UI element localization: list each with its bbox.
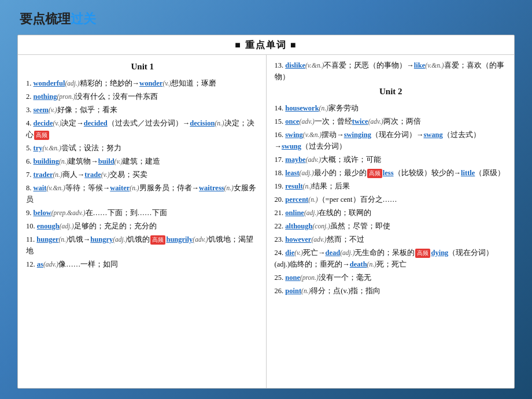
pos: (n.): [303, 183, 312, 190]
definition: 想知道；琢磨: [171, 79, 216, 87]
pos: (adj.): [340, 249, 354, 256]
definition: 等待；等候→: [65, 184, 110, 192]
definition: 家务劳动: [328, 104, 359, 112]
definition: 决定→: [61, 119, 84, 127]
pos: (v.): [101, 171, 110, 178]
entry: 5. try(v.&n.)尝试；设法；努力: [26, 142, 259, 154]
entry: 15. once(adv.)一次；曾经twice(adv.)两次；两倍: [275, 116, 508, 127]
pos: (v.): [49, 106, 57, 113]
definition: 死；死亡: [376, 260, 407, 268]
definition: 大概；或许；可能: [321, 156, 381, 164]
definition: （原级）: [475, 169, 505, 177]
pos: (adj.): [60, 223, 74, 230]
definition: 饥饿的: [127, 235, 150, 243]
definition: 没有一个；毫无: [319, 274, 371, 282]
word-key: decision: [190, 119, 215, 127]
definition: 在……下面；到……下面: [86, 209, 167, 217]
entry: 4. decide(v.)决定→decided（过去式／过去分词）→decisi…: [26, 117, 259, 141]
pos: (adv.): [193, 236, 208, 243]
word-key: below: [34, 209, 51, 217]
entry: 20. percent(n.)（=per cent）百分之……: [275, 194, 508, 205]
definition: 一次；曾经: [315, 117, 352, 125]
entry: 21. online(adj.)在线的；联网的: [275, 207, 508, 219]
definition: 交易；买卖: [110, 171, 147, 179]
pos: (conj.): [313, 223, 330, 230]
pos: (adj.): [113, 236, 127, 243]
definition: 摆动→: [322, 131, 344, 139]
definition: （比较级）较少的→: [394, 169, 461, 177]
pos: (v.): [53, 120, 62, 127]
entry: 11. hunger(n.)饥饿→hungry(adj.)饥饿的高频hungri…: [26, 234, 259, 257]
word-key: twice: [352, 117, 368, 125]
word-key: like: [414, 61, 425, 69]
word-key: point: [285, 287, 301, 295]
word-key: online: [285, 209, 304, 217]
pos: (v.&n.): [305, 62, 324, 69]
entry: 6. building(n.)建筑物→build(v.)建筑；建造: [26, 156, 259, 167]
entry: 25. none(pron.)没有一个；毫无: [275, 272, 508, 283]
definition: 两次；两倍: [383, 117, 421, 125]
card-header: ■ 重点单词 ■: [18, 35, 514, 55]
word-key: result: [285, 182, 302, 190]
pos: (v.): [114, 158, 123, 165]
pos: (v.): [294, 249, 303, 256]
entry: 3. seem(v.)好像；似乎；看来: [26, 104, 259, 116]
pos: (adj.): [300, 169, 314, 176]
definition: 没有什么；没有一件东西: [75, 93, 158, 101]
definition: 在线的；联网的: [319, 209, 371, 217]
pos: (v.&n.): [46, 184, 65, 191]
pos: (adj.): [304, 209, 319, 216]
main-card: ■ 重点单词 ■ Unit 11. wonderful(adj.)精彩的；绝妙的…: [17, 35, 515, 389]
entry: 13. dislike(v.&n.)不喜爱；厌恶（的事物）→like(v.&n.…: [275, 60, 508, 83]
word-key: wonderful: [34, 79, 65, 87]
word-key: dislike: [285, 61, 305, 69]
card-body: Unit 11. wonderful(adj.)精彩的；绝妙的→wonder(v…: [18, 55, 514, 388]
word-key: trader: [34, 171, 53, 179]
pos: (pron.): [57, 93, 76, 100]
word-key: however: [285, 235, 311, 243]
word-key: seem: [34, 106, 49, 114]
word-key: try: [34, 144, 43, 152]
entry: 19. result(n.)结果；后果: [275, 180, 508, 192]
word-key: dying: [431, 249, 448, 257]
definition: 虽然；尽管；即使: [330, 222, 390, 230]
entry: 24. die(v.)死亡→dead(adj.)无生命的；呆板的高频dying（…: [275, 247, 508, 270]
word-key: die: [285, 249, 294, 257]
entry: 18. least(adj.)最小的；最少的高频less（比较级）较少的→lit…: [275, 167, 508, 179]
page-container: 要点梳理过关 ■ 重点单词 ■ Unit 11. wonderful(adj.)…: [0, 0, 532, 399]
word-key: hungrily: [166, 235, 193, 243]
definition: 商人→: [62, 171, 85, 179]
word-key: trade: [84, 171, 101, 179]
word-key: wait: [34, 184, 47, 192]
definition: 足够的；充足的；充分的: [74, 222, 157, 230]
pos: (pron.): [300, 274, 319, 281]
word-key: once: [285, 117, 299, 125]
definition: 然而；不过: [327, 235, 364, 243]
pos: (n.): [59, 158, 68, 165]
word-key: none: [285, 274, 300, 282]
entry: 9. below(prep.&adv.)在……下面；到……下面: [26, 207, 259, 219]
word-key: housework: [285, 104, 319, 112]
pos: (n.): [215, 120, 224, 127]
word-key: nothing: [34, 93, 57, 101]
entry: 16. swing(v.&n.)摆动→swinging（现在分词）→swang（…: [275, 129, 508, 152]
word-key: percent: [285, 195, 308, 204]
definition: 最小的；最少的: [314, 169, 367, 177]
entry: 7. trader(n.)商人→trade(v.)交易；买卖: [26, 169, 259, 180]
word-key: less: [383, 169, 394, 177]
word-key: waiter: [110, 184, 130, 192]
definition: （=per cent）百分之……: [318, 195, 397, 204]
word-key: swung: [282, 142, 301, 150]
definition: 建筑；建造: [123, 157, 160, 165]
pos: (n.): [53, 171, 62, 178]
pos: (n.): [319, 105, 328, 112]
entry: 17. maybe(adv.)大概；或许；可能: [275, 154, 508, 165]
word-key: enough: [37, 222, 60, 230]
pos: (v.&n.): [303, 131, 322, 138]
word-key: as: [37, 260, 43, 268]
pos: (n.): [308, 196, 317, 203]
title-main: 要点梳理: [20, 12, 71, 26]
word-key: decide: [34, 119, 53, 127]
pos: (adv.): [306, 156, 321, 163]
title-bar: 要点梳理过关: [17, 10, 515, 28]
